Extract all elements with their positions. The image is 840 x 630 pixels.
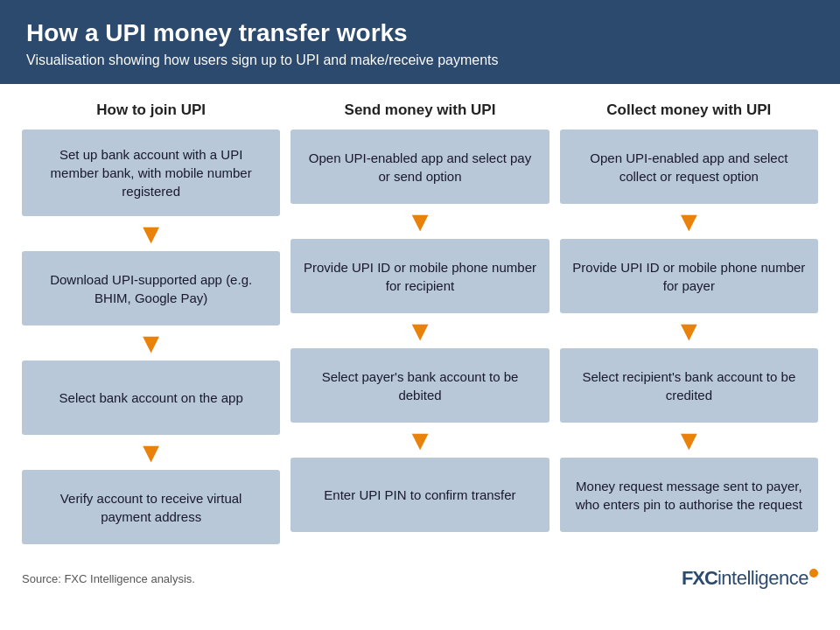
arrow-join-3: ▼ (22, 438, 280, 466)
flow-column-join: Set up bank account with a UPI member ba… (22, 130, 280, 544)
columns-header: How to join UPI Send money with UPI Coll… (22, 102, 818, 119)
main-content: How to join UPI Send money with UPI Coll… (0, 84, 840, 553)
arrow-join-1: ▼ (22, 220, 280, 248)
arrow-collect-3: ▼ (560, 426, 818, 454)
flow-box-collect-1: Open UPI-enabled app and select collect … (560, 130, 818, 204)
flow-box-join-3: Select bank account on the app (22, 360, 280, 435)
flow-box-send-2: Provide UPI ID or mobile phone number fo… (290, 239, 549, 313)
footer: Source: FXC Intelligence analysis. FXCin… (0, 556, 840, 597)
flow-box-send-1: Open UPI-enabled app and select pay or s… (290, 130, 549, 204)
logo-dot (809, 569, 818, 578)
arrow-join-2: ▼ (22, 329, 280, 357)
flow-box-join-2: Download UPI-supported app (e.g. BHIM, G… (22, 251, 280, 326)
arrow-send-2: ▼ (290, 317, 549, 345)
flow-box-send-3: Select payer's bank account to be debite… (290, 348, 549, 423)
arrow-send-1: ▼ (290, 207, 549, 235)
arrow-send-3: ▼ (290, 426, 549, 454)
flow-box-collect-3: Select recipient's bank account to be cr… (560, 348, 818, 423)
flow-box-join-1: Set up bank account with a UPI member ba… (22, 130, 280, 216)
col-title-collect: Collect money with UPI (560, 102, 818, 119)
flow-box-collect-4: Money request message sent to payer, who… (560, 458, 818, 532)
arrow-collect-2: ▼ (560, 317, 818, 345)
footer-logo: FXCintelligence (682, 567, 818, 590)
col-title-join: How to join UPI (22, 102, 280, 119)
col-title-send: Send money with UPI (290, 102, 549, 119)
header-title: How a UPI money transfer works (26, 19, 814, 47)
logo-text-fxc: FXC (682, 567, 718, 589)
flow-box-collect-2: Provide UPI ID or mobile phone number fo… (560, 239, 818, 313)
flow-box-join-4: Verify account to receive virtual paymen… (22, 470, 280, 544)
logo-text-intel: intelligence (718, 567, 808, 589)
header: How a UPI money transfer works Visualisa… (0, 0, 840, 84)
header-subtitle: Visualisation showing how users sign up … (26, 52, 814, 68)
columns-grid: Set up bank account with a UPI member ba… (22, 130, 818, 544)
footer-source: Source: FXC Intelligence analysis. (22, 572, 195, 585)
flow-box-send-4: Enter UPI PIN to confirm transfer (290, 458, 549, 532)
flow-column-collect: Open UPI-enabled app and select collect … (560, 130, 818, 544)
flow-column-send: Open UPI-enabled app and select pay or s… (290, 130, 549, 544)
arrow-collect-1: ▼ (560, 207, 818, 235)
